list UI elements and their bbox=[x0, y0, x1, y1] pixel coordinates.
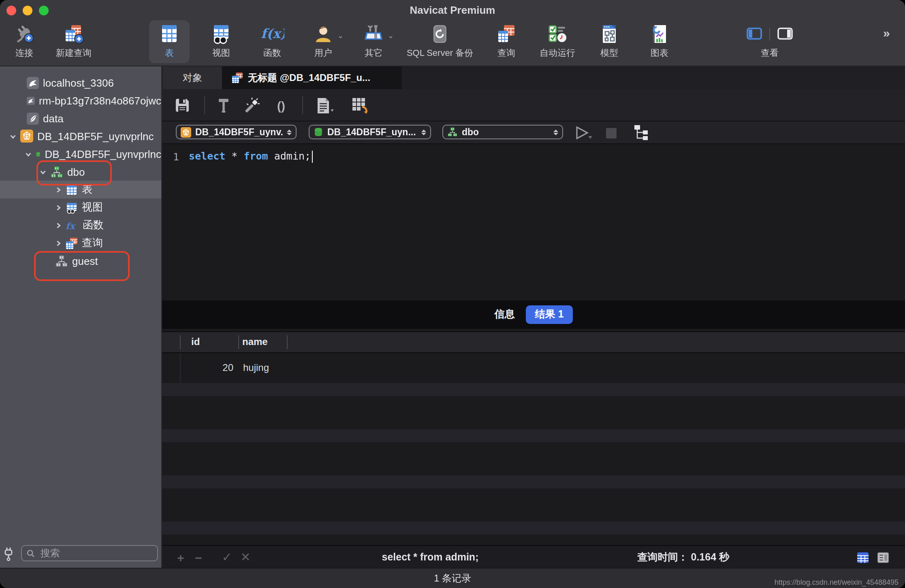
tab-objects[interactable]: 对象 bbox=[163, 66, 222, 89]
titlebar-toolbar: Navicat Premium 连接 新建查询 表 bbox=[0, 0, 905, 66]
sidebar-panel-icon[interactable] bbox=[747, 27, 762, 41]
cell-name[interactable]: hujing bbox=[243, 362, 269, 373]
database-icon bbox=[314, 127, 323, 137]
schema-selector[interactable]: dbo bbox=[442, 125, 563, 139]
svg-text:f(x): f(x) bbox=[261, 26, 284, 41]
updown-chevrons-icon bbox=[553, 129, 558, 135]
functions-button[interactable]: f(x) 函数 bbox=[260, 23, 284, 59]
others-button[interactable]: ⌄ 其它 bbox=[363, 23, 384, 59]
add-record-button[interactable]: + bbox=[177, 546, 184, 569]
tab-info[interactable]: 信息 bbox=[495, 308, 515, 322]
tab-query-untitled[interactable]: 无标题 @DB_14DBF5F_u... bbox=[222, 66, 402, 89]
discard-changes-button[interactable]: ✕ bbox=[240, 546, 250, 569]
save-icon bbox=[174, 97, 190, 113]
tree-item-data[interactable]: data bbox=[0, 109, 161, 127]
tree-item-queries[interactable]: 查询 bbox=[0, 234, 161, 252]
toolbar-overflow-chevron[interactable]: » bbox=[883, 26, 888, 40]
chevron-collapsed-icon[interactable] bbox=[55, 186, 62, 193]
column-divider[interactable] bbox=[238, 335, 239, 349]
connect-button[interactable]: 连接 bbox=[14, 23, 35, 59]
code-completion-button[interactable] bbox=[243, 89, 261, 121]
view-toggle-group: 查看 bbox=[747, 23, 793, 59]
tree-item-database[interactable]: DB_14DBF5F_uynvprlnc bbox=[0, 145, 161, 163]
tables-button[interactable]: 表 bbox=[149, 20, 190, 63]
save-button[interactable] bbox=[174, 89, 190, 121]
export-result-button[interactable] bbox=[351, 89, 370, 121]
delete-record-button[interactable]: − bbox=[195, 546, 202, 569]
stop-icon bbox=[606, 128, 617, 138]
text-view-button[interactable] bbox=[315, 89, 335, 121]
tab-result-1[interactable]: 结果 1 bbox=[526, 305, 573, 324]
backup-icon bbox=[429, 23, 450, 45]
users-button[interactable]: ⌄ 用户 bbox=[313, 23, 334, 59]
watermark-url: https://blog.csdn.net/weixin_45488495 bbox=[775, 578, 899, 586]
chart-button[interactable]: 图表 bbox=[649, 23, 670, 59]
tree-item-tables[interactable]: 表 bbox=[0, 181, 161, 198]
search-input[interactable] bbox=[39, 547, 152, 560]
new-query-button[interactable]: 新建查询 bbox=[56, 23, 92, 59]
grid-view-button[interactable] bbox=[857, 552, 869, 566]
run-icon bbox=[575, 126, 593, 139]
document-icon bbox=[315, 97, 335, 114]
connection-selector[interactable]: DB_14DBF5F_uynv... bbox=[176, 125, 297, 139]
model-button[interactable]: 模型 bbox=[599, 23, 620, 59]
divider bbox=[769, 28, 770, 40]
chevron-collapsed-icon[interactable] bbox=[55, 222, 62, 228]
chevron-collapsed-icon[interactable] bbox=[55, 204, 62, 211]
stop-query-button[interactable] bbox=[606, 127, 617, 142]
window-title: Navicat Premium bbox=[0, 4, 905, 16]
mysql-icon bbox=[27, 94, 35, 107]
cell-id[interactable]: 20 bbox=[222, 362, 233, 373]
tree-item-functions[interactable]: fx 函数 bbox=[0, 216, 161, 234]
connection-filter-icon[interactable] bbox=[3, 546, 14, 562]
chevron-expanded-icon[interactable] bbox=[25, 151, 32, 157]
automation-button[interactable]: 自动运行 bbox=[540, 23, 575, 59]
parentheses-button[interactable]: () bbox=[277, 89, 285, 121]
connection-sidebar: localhost_3306 rm-bp13g7r38n4o867ojwc da… bbox=[0, 66, 162, 568]
model-icon bbox=[599, 23, 620, 45]
feather-icon bbox=[27, 112, 39, 124]
chevron-expanded-icon[interactable] bbox=[40, 168, 46, 175]
sqlserver-icon bbox=[181, 127, 191, 137]
query-icon bbox=[496, 23, 517, 45]
column-header-id[interactable]: id bbox=[191, 336, 200, 347]
sqlserver-backup-button[interactable]: SQL Server 备份 bbox=[407, 23, 473, 59]
table-row[interactable]: 20 hujing bbox=[162, 353, 905, 383]
plug-icon bbox=[14, 23, 35, 45]
explain-plan-icon bbox=[633, 124, 650, 141]
toolbar-label: 表 bbox=[165, 47, 174, 59]
beautify-sql-button[interactable] bbox=[216, 89, 231, 121]
column-header-name[interactable]: name bbox=[242, 336, 268, 347]
views-button[interactable]: 视图 bbox=[211, 23, 232, 59]
tree-item-localhost[interactable]: localhost_3306 bbox=[0, 74, 161, 92]
info-panel-icon[interactable] bbox=[777, 27, 793, 41]
tree-item-dbo-schema[interactable]: dbo bbox=[0, 163, 161, 181]
updown-chevrons-icon bbox=[421, 129, 426, 135]
database-icon bbox=[36, 148, 41, 160]
explain-button[interactable] bbox=[633, 124, 650, 144]
apply-changes-button[interactable]: ✓ bbox=[222, 546, 232, 569]
tree-item-sqlserver-connection[interactable]: DB_14DBF5F_uynvprlnc bbox=[0, 127, 161, 145]
database-selector[interactable]: DB_14DBF5F_uyn... bbox=[309, 125, 431, 139]
chevron-collapsed-icon[interactable] bbox=[55, 240, 62, 246]
record-count: 1 条记录 bbox=[0, 569, 905, 588]
toolbar-label: 其它 bbox=[365, 47, 382, 59]
run-query-button[interactable] bbox=[575, 126, 593, 143]
tree-item-rm-connection[interactable]: rm-bp13g7r38n4o867ojwc bbox=[0, 92, 161, 109]
sql-editor[interactable]: 1 select * from admin; bbox=[162, 144, 905, 300]
text-cursor bbox=[312, 151, 313, 163]
tree-item-guest-schema[interactable]: guest bbox=[0, 252, 161, 270]
context-selector-row: DB_14DBF5F_uynv... DB_14DBF5F_uyn... dbo bbox=[162, 121, 905, 144]
svg-text:fx: fx bbox=[66, 220, 76, 231]
user-icon: ⌄ bbox=[313, 23, 334, 45]
executed-sql-text: select * from admin; bbox=[382, 546, 479, 569]
chevron-expanded-icon[interactable] bbox=[10, 133, 16, 139]
sidebar-search bbox=[21, 545, 158, 561]
column-divider[interactable] bbox=[287, 335, 288, 349]
format-icon bbox=[216, 97, 231, 113]
line-number: 1 bbox=[162, 150, 189, 162]
chevron-down-icon: ⌄ bbox=[388, 32, 394, 40]
form-view-button[interactable] bbox=[877, 552, 889, 566]
queries-button[interactable]: 查询 bbox=[496, 23, 517, 59]
tree-item-views[interactable]: 视图 bbox=[0, 198, 161, 216]
